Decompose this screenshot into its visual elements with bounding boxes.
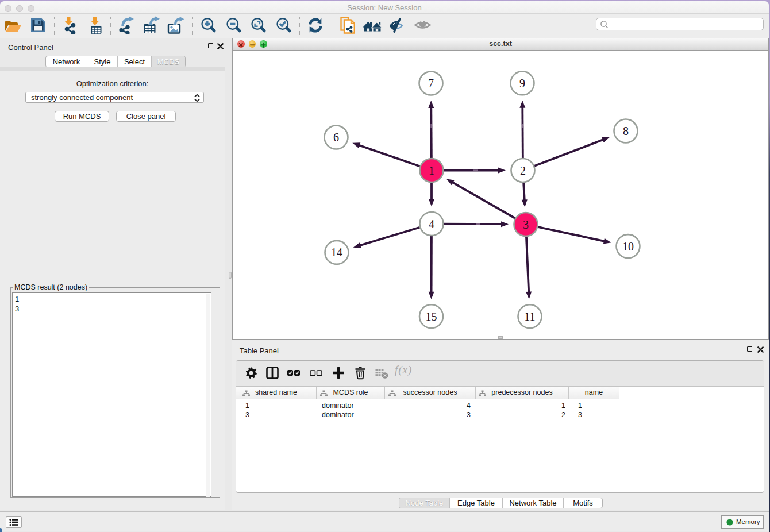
svg-text:4: 4 [429,218,434,230]
svg-text:6: 6 [333,131,339,144]
svg-text:14: 14 [331,246,342,259]
svg-text:11: 11 [524,310,535,323]
svg-text:7: 7 [428,77,434,90]
svg-text:1: 1 [429,164,434,177]
svg-text:15: 15 [426,310,437,323]
svg-text:8: 8 [623,125,629,137]
svg-text:2: 2 [520,164,526,177]
svg-text:10: 10 [622,240,634,253]
svg-text:9: 9 [519,77,525,90]
svg-text:3: 3 [523,218,529,231]
